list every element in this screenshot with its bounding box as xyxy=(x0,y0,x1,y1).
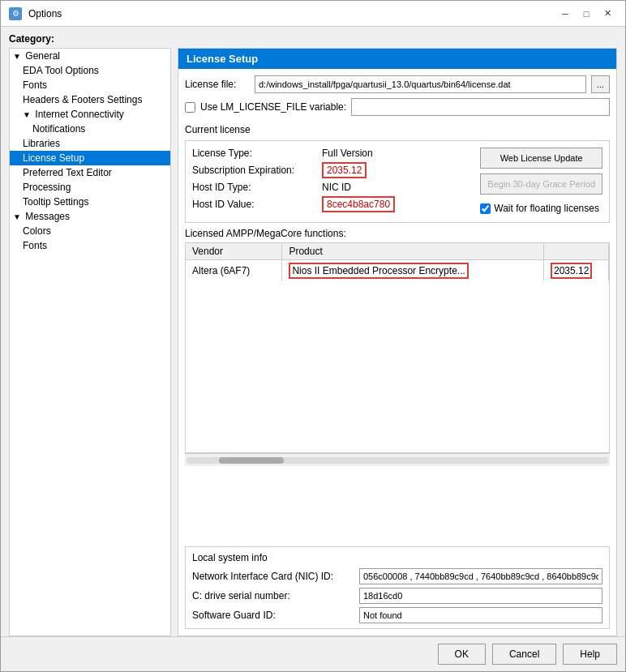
table-row: Altera (6AF7) Nios II Embedded Processor… xyxy=(186,260,609,282)
product-cell: Nios II Embedded Processor Encrypte... xyxy=(282,260,544,282)
expiry-cell: 2035.12 xyxy=(544,260,609,282)
col-product: Product xyxy=(282,243,544,260)
host-id-value: 8cec4b8ac780 xyxy=(322,196,395,212)
ampp-table-container[interactable]: Vendor Product Altera (6AF7) xyxy=(185,242,610,453)
title-bar: ⚙ Options ─ □ ✕ xyxy=(1,1,625,27)
nic-id-value[interactable] xyxy=(359,568,602,584)
wait-floating-row: Wait for floating licenses xyxy=(480,203,602,214)
title-bar-controls: ─ □ ✕ xyxy=(555,6,617,22)
nic-id-row: Network Interface Card (NIC) ID: xyxy=(192,568,602,584)
scrollbar-thumb xyxy=(219,457,284,464)
license-fields: License Type: Full Version Subscription … xyxy=(192,148,474,216)
use-lm-text-field[interactable] xyxy=(351,98,610,116)
current-license-section-label: Current license xyxy=(185,124,610,135)
vendor-cell: Altera (6AF7) xyxy=(186,260,282,282)
main-content: ▼ General EDA Tool Options Fonts Headers… xyxy=(1,48,625,636)
software-guard-label: Software Guard ID: xyxy=(192,610,354,621)
host-id-type-row: Host ID Type: NIC ID xyxy=(192,182,474,193)
sidebar-item-eda-tool-options[interactable]: EDA Tool Options xyxy=(10,63,170,78)
panel-body: License file: ... Use LM_LICENSE_FILE va… xyxy=(178,69,616,636)
license-buttons: Web License Update Begin 30-day Grace Pe… xyxy=(480,148,602,216)
local-info-title: Local system info xyxy=(192,552,602,563)
ok-button[interactable]: OK xyxy=(438,644,486,665)
software-guard-value[interactable] xyxy=(359,607,602,623)
nic-id-label: Network Interface Card (NIC) ID: xyxy=(192,571,354,582)
sidebar-item-fonts1[interactable]: Fonts xyxy=(10,78,170,92)
scrollbar-track xyxy=(187,457,608,464)
help-button[interactable]: Help xyxy=(563,644,617,665)
sidebar-item-headers-footers[interactable]: Headers & Footers Settings xyxy=(10,92,170,107)
license-type-value: Full Version xyxy=(322,148,373,159)
subscription-expiry-value: 2035.12 xyxy=(322,162,367,178)
license-file-label: License file: xyxy=(185,79,250,90)
subscription-expiry-label: Subscription Expiration: xyxy=(192,165,322,176)
web-license-update-button[interactable]: Web License Update xyxy=(480,148,602,169)
title-bar-left: ⚙ Options xyxy=(9,7,62,20)
wait-floating-label: Wait for floating licenses xyxy=(494,203,599,214)
use-lm-checkbox[interactable] xyxy=(185,102,195,113)
wait-floating-checkbox[interactable] xyxy=(480,203,491,214)
right-panel: License Setup License file: ... Use LM_L… xyxy=(178,48,617,636)
category-label: Category: xyxy=(1,27,625,48)
expiry-highlight: 2035.12 xyxy=(551,263,592,279)
expand-icon-general: ▼ xyxy=(13,52,23,61)
sidebar-item-tooltip-settings[interactable]: Tooltip Settings xyxy=(10,195,170,209)
c-drive-label: C: drive serial number: xyxy=(192,590,354,601)
local-system-info: Local system info Network Interface Card… xyxy=(185,546,610,629)
col-vendor: Vendor xyxy=(186,243,282,260)
ampp-label: Licensed AMPP/MegaCore functions: xyxy=(185,228,610,239)
license-type-row: License Type: Full Version xyxy=(192,148,474,159)
minimize-button[interactable]: ─ xyxy=(555,6,575,22)
app-icon: ⚙ xyxy=(9,7,22,20)
host-id-type-value: NIC ID xyxy=(322,182,351,193)
ampp-table: Vendor Product Altera (6AF7) xyxy=(186,243,609,281)
use-lm-row: Use LM_LICENSE_FILE variable: xyxy=(185,98,610,116)
sidebar-item-fonts2[interactable]: Fonts xyxy=(10,238,170,253)
sidebar: ▼ General EDA Tool Options Fonts Headers… xyxy=(9,48,171,636)
begin-grace-period-button[interactable]: Begin 30-day Grace Period xyxy=(480,173,602,195)
dialog-body: Category: ▼ General EDA Tool Options Fon… xyxy=(1,27,625,671)
expand-icon-internet: ▼ xyxy=(23,110,32,119)
license-file-input[interactable] xyxy=(255,75,586,93)
sidebar-item-preferred-text-editor[interactable]: Preferred Text Editor xyxy=(10,165,170,180)
sidebar-item-internet-connectivity[interactable]: ▼ Internet Connectivity xyxy=(10,107,170,122)
expand-icon-messages: ▼ xyxy=(13,212,23,221)
horizontal-scrollbar[interactable] xyxy=(185,453,610,466)
sidebar-item-messages[interactable]: ▼ Messages xyxy=(10,209,170,224)
c-drive-row: C: drive serial number: xyxy=(192,588,602,604)
sidebar-item-general[interactable]: ▼ General xyxy=(10,49,170,63)
sidebar-item-processing[interactable]: Processing xyxy=(10,180,170,195)
dialog-title: Options xyxy=(28,8,62,19)
host-id-value-label: Host ID Value: xyxy=(192,199,322,210)
sidebar-item-colors[interactable]: Colors xyxy=(10,224,170,238)
use-lm-label: Use LM_LICENSE_FILE variable: xyxy=(200,101,346,113)
host-id-type-label: Host ID Type: xyxy=(192,182,322,193)
bottom-bar: OK Cancel Help xyxy=(1,636,625,671)
subscription-expiry-row: Subscription Expiration: 2035.12 xyxy=(192,162,474,178)
cancel-button[interactable]: Cancel xyxy=(492,644,556,665)
software-guard-row: Software Guard ID: xyxy=(192,607,602,623)
sidebar-item-libraries[interactable]: Libraries xyxy=(10,136,170,151)
panel-header: License Setup xyxy=(178,49,616,69)
product-highlight: Nios II Embedded Processor Encrypte... xyxy=(289,263,468,279)
license-file-row: License file: ... xyxy=(185,75,610,93)
options-dialog: ⚙ Options ─ □ ✕ Category: ▼ General EDA … xyxy=(0,0,626,672)
maximize-button[interactable]: □ xyxy=(577,6,596,22)
current-license-block: License Type: Full Version Subscription … xyxy=(185,140,610,223)
sidebar-item-license-setup[interactable]: License Setup xyxy=(10,151,170,165)
col-expiry xyxy=(544,243,609,260)
ampp-section: Licensed AMPP/MegaCore functions: Vendor… xyxy=(185,228,610,541)
sidebar-item-notifications[interactable]: Notifications xyxy=(10,122,170,136)
host-id-value-row: Host ID Value: 8cec4b8ac780 xyxy=(192,196,474,212)
close-button[interactable]: ✕ xyxy=(598,6,617,22)
c-drive-value[interactable] xyxy=(359,588,602,604)
browse-button[interactable]: ... xyxy=(591,75,610,93)
license-type-label: License Type: xyxy=(192,148,322,159)
